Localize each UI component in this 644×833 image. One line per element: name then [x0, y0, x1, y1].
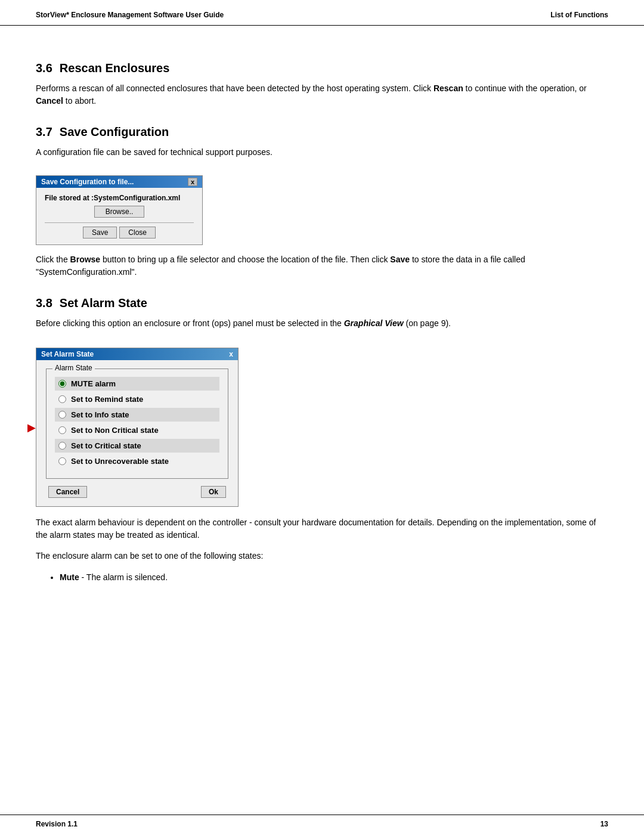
section-37-title: Save Configuration — [60, 125, 169, 138]
alarm-option-label-4: Set to Critical state — [71, 441, 141, 450]
after-text2: button to bring up a file selector and c… — [100, 255, 390, 264]
section-37-intro: A configuration file can be saved for te… — [36, 146, 608, 159]
alarm-option-1[interactable]: Set to Remind state — [55, 392, 219, 406]
alarm-radio-2[interactable] — [58, 411, 66, 419]
section-37-number: 3.7 — [36, 125, 52, 138]
footer-page-number: 13 — [600, 820, 608, 828]
alarm-radio-4[interactable] — [58, 442, 66, 450]
alarm-option-0[interactable]: MUTE alarm — [55, 377, 219, 391]
save-config-dialog-title: Save Configuration to file... — [41, 178, 134, 186]
save-button[interactable]: Save — [83, 227, 117, 239]
after-text1: Click the — [36, 255, 70, 264]
after-bold2: Save — [390, 255, 410, 264]
section-38-after1: The exact alarm behaviour is dependent o… — [36, 516, 608, 541]
arrow-indicator-icon: ▶ — [27, 421, 36, 434]
alarm-ok-button[interactable]: Ok — [201, 486, 226, 498]
list-item-mute: Mute - The alarm is silenced. — [60, 571, 608, 584]
alarm-option-2[interactable]: Set to Info state — [55, 408, 219, 422]
alarm-dialog-title-bar: Set Alarm State x — [36, 348, 238, 360]
header-title-left: StorView* Enclosure Management Software … — [36, 11, 224, 19]
section-38-after2: The enclosure alarm can be set to one of… — [36, 550, 608, 562]
alarm-dialog-footer: Cancel Ok — [46, 486, 228, 500]
alarm-state-group: Alarm State MUTE alarmSet to Remind stat… — [46, 368, 228, 479]
alarm-option-label-5: Set to Unrecoverable state — [71, 457, 169, 466]
header-title-right: List of Functions — [550, 11, 608, 19]
alarm-dialog-title: Set Alarm State — [41, 350, 94, 358]
page-header: StorView* Enclosure Management Software … — [0, 0, 644, 26]
save-config-file-info: File stored at :SystemConfiguration.xml — [45, 194, 194, 202]
alarm-option-label-3: Set to Non Critical state — [71, 426, 159, 435]
section-38-intro: Before clicking this option an enclosure… — [36, 317, 608, 330]
section-36-text3: to abort. — [63, 96, 96, 106]
section-36-bold2: Cancel — [36, 96, 63, 106]
mute-text: - The alarm is silenced. — [79, 572, 168, 582]
alarm-option-4[interactable]: Set to Critical state — [55, 439, 219, 453]
s38-text1: Before clicking this option an enclosure… — [36, 318, 344, 328]
section-38-number: 3.8 — [36, 296, 52, 309]
section-36-heading: 3.6Rescan Enclosures — [36, 61, 608, 75]
section-36-body: Performs a rescan of all connected enclo… — [36, 82, 608, 107]
save-config-browse-row: Browse.. — [45, 206, 194, 218]
alarm-radio-1[interactable] — [58, 395, 66, 403]
save-config-title-bar: Save Configuration to file... x — [36, 176, 202, 188]
close-button[interactable]: Close — [119, 227, 156, 239]
alarm-states-list: Mute - The alarm is silenced. — [60, 571, 608, 584]
section-36-number: 3.6 — [36, 61, 52, 75]
page-footer: Revision 1.1 13 — [0, 815, 644, 833]
alarm-option-label-1: Set to Remind state — [71, 395, 143, 404]
alarm-dialog-close-icon[interactable]: x — [229, 350, 233, 358]
section-38-heading: 3.8Set Alarm State — [36, 296, 608, 310]
after-bold1: Browse — [70, 255, 101, 264]
section-36-text1: Performs a rescan of all connected enclo… — [36, 83, 434, 93]
section-37-heading: 3.7Save Configuration — [36, 125, 608, 139]
section-38-title: Set Alarm State — [60, 296, 147, 309]
alarm-radio-5[interactable] — [58, 457, 66, 465]
alarm-radio-0[interactable] — [58, 380, 66, 388]
section-37-after-text: Click the Browse button to bring up a fi… — [36, 253, 608, 278]
mute-bold: Mute — [60, 572, 79, 582]
alarm-option-3[interactable]: Set to Non Critical state — [55, 423, 219, 437]
save-config-action-row: Save Close — [45, 222, 194, 239]
section-36-bold1: Rescan — [434, 83, 463, 93]
alarm-dialog-body: Alarm State MUTE alarmSet to Remind stat… — [36, 360, 238, 506]
browse-button[interactable]: Browse.. — [94, 206, 145, 218]
alarm-radio-3[interactable] — [58, 426, 66, 434]
page: StorView* Enclosure Management Software … — [0, 0, 644, 833]
save-config-dialog: Save Configuration to file... x File sto… — [36, 175, 203, 245]
alarm-cancel-button[interactable]: Cancel — [48, 486, 87, 498]
section-36-title: Rescan Enclosures — [60, 61, 170, 75]
alarm-option-label-0: MUTE alarm — [71, 379, 116, 388]
alarm-option-5[interactable]: Set to Unrecoverable state — [55, 454, 219, 468]
alarm-option-label-2: Set to Info state — [71, 410, 129, 419]
save-config-close-icon[interactable]: x — [188, 178, 197, 186]
section-36-text2: to continue with the operation, or — [463, 83, 587, 93]
content-area: 3.6Rescan Enclosures Performs a rescan o… — [0, 26, 644, 608]
s38-bold1: Graphical View — [344, 318, 404, 328]
footer-revision: Revision 1.1 — [36, 820, 78, 828]
alarm-options-list: MUTE alarmSet to Remind stateSet to Info… — [55, 377, 219, 468]
set-alarm-state-dialog: Set Alarm State x Alarm State MUTE alarm… — [36, 348, 239, 507]
alarm-state-legend: Alarm State — [52, 364, 95, 372]
save-config-dialog-body: File stored at :SystemConfiguration.xml … — [36, 188, 202, 244]
alarm-dialog-wrapper: ▶ Set Alarm State x Alarm State MUTE ala… — [36, 338, 239, 516]
s38-text2: (on page 9). — [404, 318, 451, 328]
